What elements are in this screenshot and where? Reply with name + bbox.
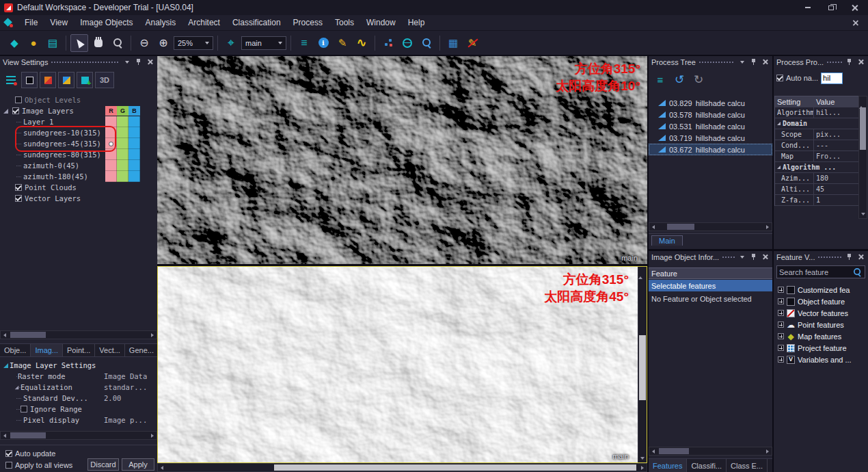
feature-item-variables[interactable]: V Variables and ... [775,354,867,365]
r-channel-cell[interactable] [105,116,117,127]
menu-classification[interactable]: Classification [226,16,287,29]
expander-icon[interactable] [15,385,19,389]
process-options-icon[interactable]: ≡ [653,72,668,87]
pin-icon[interactable] [749,252,758,261]
scroll-right-icon[interactable] [148,432,157,439]
g-channel-cell[interactable] [117,138,128,149]
tab-point-clouds[interactable]: Point... [63,344,95,356]
rgb-layer-view-button[interactable] [40,72,56,88]
viewport-hscrollbar[interactable] [157,463,647,472]
b-channel-cell[interactable] [128,116,140,127]
menu-file[interactable]: File [18,16,44,29]
apply-to-all-views-checkbox[interactable] [5,462,12,469]
expand-icon[interactable] [778,322,784,328]
menu-process[interactable]: Process [287,16,329,29]
close-button[interactable] [845,2,864,14]
layer-row[interactable]: Layer 1 [1,116,156,127]
point-clouds-checkbox[interactable] [15,184,22,191]
layer-row[interactable]: sundegrees-80(315) [1,149,156,160]
info-icon[interactable]: i [314,34,332,52]
tab-classification[interactable]: Classifi... [687,459,727,472]
tab-general[interactable]: Gene... [125,344,157,356]
expand-icon[interactable] [778,310,784,316]
new-workspace-icon[interactable]: ◆ [5,34,23,52]
close-panel-icon[interactable] [146,57,154,66]
property-row[interactable]: Cond...--- [775,140,859,151]
b-channel-cell[interactable] [128,149,140,160]
properties-vscrollbar[interactable] [858,96,867,219]
layer-row[interactable]: azimuth-0(45) [1,160,156,171]
settings-row[interactable]: Pixel display Image p... [1,415,156,425]
select-samples-icon[interactable] [379,34,397,52]
auto-update-checkbox[interactable] [5,450,12,457]
expand-icon[interactable] [778,345,784,351]
close-panel-icon[interactable] [856,57,865,66]
restore-button[interactable] [822,2,841,14]
r-channel-cell[interactable] [105,149,117,160]
menu-analysis[interactable]: Analysis [139,16,182,29]
pin-icon[interactable] [845,57,854,66]
viewport-main-bottom-selected[interactable]: 方位角315° 太阳高度角45° main [157,266,647,463]
settings-row[interactable]: Ignore Range [1,404,156,415]
property-row[interactable]: Scopepix... [775,129,859,140]
layer-mixing-icon[interactable] [3,72,19,88]
feature-search-input[interactable] [779,268,851,276]
image-layer-settings-header[interactable]: Image Layer Settings [1,360,156,371]
b-channel-cell[interactable] [128,171,140,182]
image-layers-checkbox[interactable] [12,107,19,114]
feature-item-vector[interactable]: Vector features [775,307,867,319]
panel-menu-icon[interactable] [122,57,131,66]
zoom-out-icon[interactable]: ⊖ [135,34,153,52]
view-settings-hscrollbar[interactable] [0,330,157,339]
property-row[interactable]: Algorithmhil... [775,107,859,118]
process-tree-hscrollbar[interactable] [649,222,772,231]
expand-icon[interactable] [778,333,784,339]
b-channel-cell[interactable] [128,138,140,149]
pin-icon[interactable] [749,57,758,66]
expander-icon[interactable] [777,166,781,169]
viewport-main-top[interactable]: 方位角315° 太阳高度角10° main [157,56,647,264]
property-row[interactable]: MapFro... [775,151,859,162]
scroll-down-icon[interactable] [640,457,645,460]
tree-node-vector-layers[interactable]: Vector Layers [1,193,156,204]
settings-row[interactable]: Equalization standar... [1,382,156,393]
view-select[interactable]: main [241,36,286,50]
scroll-right-icon[interactable] [763,447,772,455]
add-view-button[interactable]: + [77,72,93,88]
open-workspace-icon[interactable]: ● [25,34,42,52]
property-group-row[interactable]: Algorithm ... [775,162,859,173]
edit-classification-icon[interactable]: ✎ [334,34,351,52]
close-panel-icon[interactable] [761,252,770,261]
tab-features[interactable]: Features [649,459,687,472]
pin-icon[interactable] [845,252,854,261]
scroll-thumb[interactable] [10,332,46,338]
tree-node-object-levels[interactable]: Object Levels [1,94,156,105]
menu-window[interactable]: Window [360,16,402,29]
menu-image-objects[interactable]: Image Objects [74,16,139,29]
tab-vector-layers[interactable]: Vect... [95,344,125,356]
tab-main[interactable]: Main [651,235,683,246]
process-item[interactable]: 03.578hillshade calcu [649,109,772,120]
close-document-icon[interactable] [851,18,860,27]
scroll-left-icon[interactable] [1,432,9,439]
navigate-icon[interactable]: ⌖ [222,34,240,52]
property-group-row[interactable]: Domain [775,118,859,129]
scroll-left-icon[interactable] [158,464,166,471]
layer-row[interactable]: sundegrees-10(315) [1,127,156,138]
b-channel-cell[interactable] [128,160,140,171]
close-panel-icon[interactable] [856,252,865,261]
expand-icon[interactable] [778,298,784,304]
tree-node-image-layers[interactable]: Image Layers R G B [1,105,156,116]
minimize-button[interactable] [798,2,817,14]
select-cursor-icon[interactable] [70,34,88,52]
r-channel-cell[interactable] [105,127,117,138]
g-channel-cell[interactable] [117,149,128,160]
scroll-up-icon[interactable] [638,267,642,279]
panel-menu-icon[interactable] [737,252,746,261]
undo-icon[interactable]: ↺ [672,72,687,87]
pan-hand-icon[interactable] [90,34,107,52]
single-layer-view-button[interactable] [21,72,38,88]
selectable-features-row[interactable]: Selectable features [649,280,772,291]
scroll-thumb[interactable] [659,448,689,454]
menu-tools[interactable]: Tools [329,16,360,29]
